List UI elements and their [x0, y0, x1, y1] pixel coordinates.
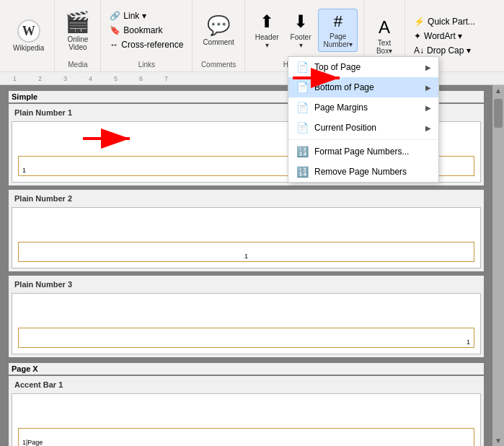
header-label: Header▾ [255, 33, 279, 49]
menu-divider [288, 139, 438, 140]
plain-number-2-item[interactable]: Plain Number 2 1 [9, 190, 484, 271]
plain-number-3-number: 1 [467, 338, 470, 346]
plain-number-2-label: Plain Number 2 [12, 193, 481, 204]
media-group: 🎬 OnlineVideo Media [55, 0, 101, 71]
links-label: Links [138, 58, 155, 69]
scrollbar[interactable]: ▲ ▼ [492, 85, 504, 446]
footer-label: Footer▾ [291, 33, 311, 49]
link-icon: 🔗 [110, 11, 120, 21]
accent-bar-1-preview: 1|Page [12, 393, 481, 446]
bottom-of-page-arrow: ▶ [425, 84, 431, 92]
format-page-numbers-icon: 🔢 [296, 146, 309, 157]
online-video-icon: 🎬 [65, 10, 90, 34]
format-page-numbers-item[interactable]: 🔢 Format Page Numbers... [288, 141, 438, 162]
page-x-section: Page X Accent Bar 1 1|Page [9, 363, 484, 446]
red-arrow-right [289, 64, 347, 95]
drop-cap-button[interactable]: A↓ Drop Cap ▾ [411, 44, 478, 57]
word-art-button[interactable]: ✦ WordArt ▾ [411, 30, 478, 43]
footer-icon: ⬇ [293, 12, 308, 32]
cross-reference-icon: ↔ [110, 40, 118, 50]
bookmark-label: Bookmark [123, 25, 162, 35]
page-x-section-header: Page X [9, 363, 484, 375]
cross-reference-button[interactable]: ↔ Cross-reference [107, 38, 186, 51]
format-page-numbers-label: Format Page Numbers... [314, 147, 409, 157]
media-label: Media [68, 58, 87, 69]
page-number-label: PageNumber▾ [323, 32, 353, 48]
quick-parts-button[interactable]: ⚡ Quick Part... [411, 15, 478, 28]
scroll-up-arrow[interactable]: ▲ [495, 87, 502, 95]
text-box-label: TextBox▾ [376, 39, 392, 55]
bookmark-button[interactable]: 🔖 Bookmark [107, 24, 186, 37]
page-margins-item[interactable]: 📄 Page Margins ▶ [288, 97, 438, 118]
accent-bar-1-border [18, 428, 474, 446]
bookmark-icon: 🔖 [110, 25, 120, 35]
link-label: Link ▾ [123, 11, 146, 21]
remove-page-numbers-label: Remove Page Numbers [314, 167, 407, 177]
scrollbar-thumb[interactable] [494, 99, 503, 128]
quick-parts-label: Quick Part... [428, 17, 475, 27]
drop-cap-icon: A↓ [414, 45, 424, 56]
footer-button[interactable]: ⬇ Footer▾ [286, 9, 316, 52]
word-art-icon: ✦ [414, 31, 421, 41]
current-position-item[interactable]: 📄 Current Position ▶ [288, 118, 438, 138]
plain-number-2-number: 1 [244, 253, 248, 260]
remove-page-numbers-item[interactable]: 🔢 Remove Page Numbers [288, 162, 438, 182]
plain-number-1-number: 1 [22, 167, 26, 174]
header-button[interactable]: ⬆ Header▾ [251, 9, 283, 52]
remove-page-numbers-icon: 🔢 [296, 166, 309, 178]
comment-icon: 💬 [207, 14, 230, 37]
plain-number-3-item[interactable]: Plain Number 3 1 [9, 276, 484, 357]
plain-number-3-preview: 1 [12, 293, 481, 354]
text-box-icon: A [379, 17, 390, 38]
quick-parts-icon: ⚡ [414, 17, 425, 27]
cross-reference-label: Cross-reference [121, 40, 183, 50]
comments-label: Comments [201, 58, 236, 69]
wikipedia-group: W Wikipedia [3, 0, 55, 71]
plain-number-2-preview: 1 [12, 207, 481, 268]
online-video-button[interactable]: 🎬 OnlineVideo [61, 7, 94, 54]
top-of-page-arrow: ▶ [425, 64, 431, 71]
current-position-label: Current Position [314, 123, 376, 133]
current-position-icon: 📄 [296, 122, 309, 134]
comment-label: Comment [203, 38, 234, 46]
accent-bar-1-label: Accent Bar 1 [12, 379, 481, 390]
comment-button[interactable]: 💬 Comment [198, 12, 238, 49]
page-margins-arrow: ▶ [425, 104, 431, 112]
current-position-arrow: ▶ [425, 124, 431, 132]
online-video-label: OnlineVideo [67, 35, 88, 51]
link-button[interactable]: 🔗 Link ▾ [107, 9, 186, 22]
accent-bar-1-number: 1|Page [22, 439, 43, 446]
plain-number-3-border [18, 328, 474, 348]
wikipedia-button[interactable]: W Wikipedia [9, 17, 48, 55]
page-number-button[interactable]: # PageNumber▾ [318, 9, 358, 52]
word-art-label: WordArt ▾ [424, 31, 462, 41]
comments-group: 💬 Comment Comments [193, 0, 244, 71]
page-margins-label: Page Margins [314, 102, 368, 113]
wikipedia-icon: W [17, 19, 40, 43]
drop-cap-label: Drop Cap ▾ [427, 45, 471, 56]
plain-number-3-label: Plain Number 3 [12, 279, 481, 290]
links-group: 🔗 Link ▾ 🔖 Bookmark ↔ Cross-reference Li… [101, 0, 193, 71]
page-margins-icon: 📄 [296, 102, 309, 113]
scroll-down-arrow[interactable]: ▼ [495, 437, 502, 445]
red-arrow-left [79, 124, 137, 155]
text-box-button[interactable]: A TextBox▾ [370, 14, 399, 58]
page-number-icon: # [334, 12, 342, 31]
header-icon: ⬆ [260, 12, 274, 32]
accent-bar-1-item[interactable]: Accent Bar 1 1|Page [9, 376, 484, 446]
wikipedia-label: Wikipedia [13, 44, 44, 52]
